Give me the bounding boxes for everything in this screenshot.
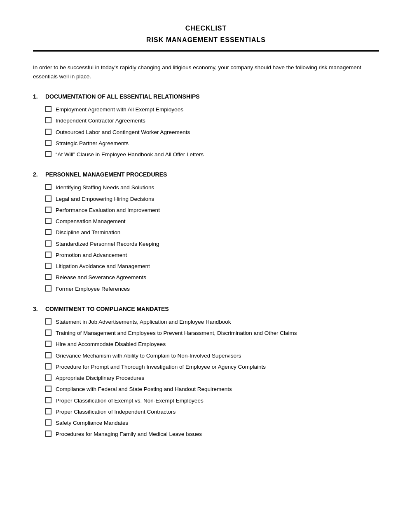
list-item: Identifying Staffing Needs and Solutions (45, 184, 379, 192)
list-item: Standardized Personnel Records Keeping (45, 240, 379, 248)
item-label: “At Will” Clause in Employee Handbook an… (56, 151, 379, 159)
item-label: Standardized Personnel Records Keeping (56, 240, 379, 248)
list-item: Proper Classification of Independent Con… (45, 408, 379, 416)
checkbox-icon[interactable] (45, 151, 52, 157)
item-label: Legal and Empowering Hiring Decisions (56, 195, 379, 203)
list-item: Proper Classification of Exempt vs. Non-… (45, 397, 379, 405)
item-label: Safety Compliance Mandates (56, 419, 379, 427)
item-label: Promotion and Advancement (56, 251, 379, 259)
checkbox-icon[interactable] (45, 285, 52, 292)
item-label: Litigation Avoidance and Management (56, 262, 379, 271)
list-item: Promotion and Advancement (45, 251, 379, 259)
list-item: Training of Management and Employees to … (45, 329, 379, 337)
section-2: 2.PERSONNEL MANAGEMENT PROCEDURESIdentif… (33, 171, 379, 293)
checkbox-icon[interactable] (45, 117, 52, 123)
item-label: Compensation Management (56, 217, 379, 226)
item-label: Identifying Staffing Needs and Solutions (56, 184, 379, 192)
item-label: Hire and Accommodate Disabled Employees (56, 340, 379, 348)
checkbox-icon[interactable] (45, 330, 52, 336)
item-label: Release and Severance Agreements (56, 273, 379, 282)
checkbox-icon[interactable] (45, 140, 52, 146)
section-heading-1: DOCUMENTATION OF ALL ESSENTIAL RELATIONS… (45, 93, 200, 100)
checkbox-icon[interactable] (45, 252, 52, 258)
item-label: Grievance Mechanism with Ability to Comp… (56, 352, 379, 360)
checkbox-icon[interactable] (45, 195, 52, 202)
intro-text: In order to be successful in today's rap… (33, 63, 379, 81)
list-item: Compensation Management (45, 217, 379, 226)
checkbox-icon[interactable] (45, 129, 52, 135)
list-item: Hire and Accommodate Disabled Employees (45, 340, 379, 348)
list-item: Former Employee References (45, 285, 379, 293)
list-item: Independent Contractor Agreements (45, 117, 379, 125)
item-label: Former Employee References (56, 285, 379, 293)
list-item: Statement in Job Advertisements, Applica… (45, 318, 379, 326)
checkbox-icon[interactable] (45, 184, 52, 190)
section-header-1: 1.DOCUMENTATION OF ALL ESSENTIAL RELATIO… (33, 93, 379, 100)
list-item: Grievance Mechanism with Ability to Comp… (45, 352, 379, 360)
list-item: Discipline and Termination (45, 228, 379, 237)
checkbox-icon[interactable] (45, 397, 52, 403)
checkbox-icon[interactable] (45, 408, 52, 414)
checkbox-icon[interactable] (45, 374, 52, 381)
checkbox-icon[interactable] (45, 341, 52, 347)
list-item: Safety Compliance Mandates (45, 419, 379, 427)
item-label: Proper Classification of Independent Con… (56, 408, 379, 416)
checklist-1: Employment Agreement with All Exempt Emp… (33, 106, 379, 159)
checkbox-icon[interactable] (45, 229, 52, 235)
item-label: Employment Agreement with All Exempt Emp… (56, 106, 379, 114)
section-header-3: 3.COMMITMENT TO COMPLIANCE MANDATES (33, 306, 379, 312)
checklist-2: Identifying Staffing Needs and Solutions… (33, 184, 379, 293)
item-label: Statement in Job Advertisements, Applica… (56, 318, 379, 326)
list-item: Employment Agreement with All Exempt Emp… (45, 106, 379, 114)
list-item: Compliance with Federal and State Postin… (45, 385, 379, 393)
checkbox-icon[interactable] (45, 106, 52, 112)
section-3: 3.COMMITMENT TO COMPLIANCE MANDATESState… (33, 306, 379, 439)
list-item: Performance Evaluation and Improvement (45, 206, 379, 214)
page-container: CHECKLIST RISK MANAGEMENT ESSENTIALS In … (0, 0, 412, 476)
list-item: Legal and Empowering Hiring Decisions (45, 195, 379, 203)
checkbox-icon[interactable] (45, 352, 52, 358)
section-heading-3: COMMITMENT TO COMPLIANCE MANDATES (45, 306, 169, 312)
item-label: Training of Management and Employees to … (56, 329, 379, 337)
section-1: 1.DOCUMENTATION OF ALL ESSENTIAL RELATIO… (33, 93, 379, 159)
checkbox-icon[interactable] (45, 274, 52, 280)
list-item: Litigation Avoidance and Management (45, 262, 379, 271)
list-item: “At Will” Clause in Employee Handbook an… (45, 151, 379, 159)
checkbox-icon[interactable] (45, 207, 52, 213)
item-label: Outsourced Labor and Contingent Worker A… (56, 128, 379, 137)
section-number-3: 3. (33, 306, 43, 312)
sections-container: 1.DOCUMENTATION OF ALL ESSENTIAL RELATIO… (33, 93, 379, 439)
item-label: Procedure for Prompt and Thorough Invest… (56, 363, 379, 371)
item-label: Appropriate Disciplinary Procedures (56, 374, 379, 382)
checkbox-icon[interactable] (45, 318, 52, 325)
divider (33, 50, 379, 52)
item-label: Independent Contractor Agreements (56, 117, 379, 125)
checkbox-icon[interactable] (45, 218, 52, 224)
list-item: Procedure for Prompt and Thorough Invest… (45, 363, 379, 371)
list-item: Release and Severance Agreements (45, 273, 379, 282)
item-label: Performance Evaluation and Improvement (56, 206, 379, 214)
item-label: Procedures for Managing Family and Medic… (56, 430, 379, 438)
item-label: Discipline and Termination (56, 228, 379, 237)
section-heading-2: PERSONNEL MANAGEMENT PROCEDURES (45, 171, 167, 178)
list-item: Appropriate Disciplinary Procedures (45, 374, 379, 382)
section-number-2: 2. (33, 171, 43, 178)
page-subtitle: RISK MANAGEMENT ESSENTIALS (33, 36, 379, 44)
checklist-3: Statement in Job Advertisements, Applica… (33, 318, 379, 439)
list-item: Outsourced Labor and Contingent Worker A… (45, 128, 379, 137)
item-label: Compliance with Federal and State Postin… (56, 385, 379, 393)
page-title: CHECKLIST (33, 25, 379, 32)
checkbox-icon[interactable] (45, 263, 52, 269)
item-label: Strategic Partner Agreements (56, 139, 379, 148)
list-item: Strategic Partner Agreements (45, 139, 379, 148)
checkbox-icon[interactable] (45, 363, 52, 370)
checkbox-icon[interactable] (45, 419, 52, 426)
section-header-2: 2.PERSONNEL MANAGEMENT PROCEDURES (33, 171, 379, 178)
checkbox-icon[interactable] (45, 240, 52, 247)
checkbox-icon[interactable] (45, 431, 52, 437)
section-number-1: 1. (33, 93, 43, 100)
checkbox-icon[interactable] (45, 386, 52, 392)
list-item: Procedures for Managing Family and Medic… (45, 430, 379, 438)
item-label: Proper Classification of Exempt vs. Non-… (56, 397, 379, 405)
